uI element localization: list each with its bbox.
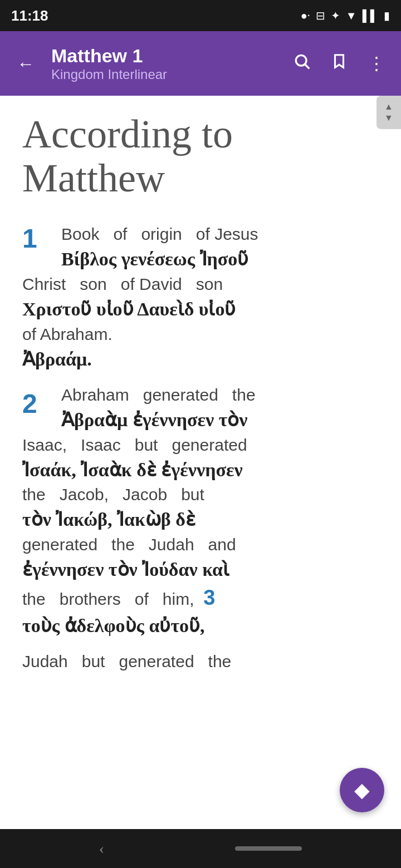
svg-line-1 <box>305 65 309 68</box>
svg-point-0 <box>296 55 306 66</box>
battery-icon: ▮ <box>384 9 390 22</box>
verse-3-english-1: Judah but generated the <box>22 650 379 673</box>
bookmark-icon[interactable] <box>326 48 352 79</box>
verse-1-continuation: Christ son of David son Χριστοῦ υἱοῦ Δαυ… <box>22 273 379 372</box>
verse-2-continuation: Isaac, Isaac but generated Ἰσαάκ, Ἰσαὰκ … <box>22 433 379 639</box>
app-bar-title: Matthew 1 <box>51 45 277 67</box>
verse-2-text: Abraham generated the Ἀβραὰμ ἐγέννησεν τ… <box>61 383 379 433</box>
back-nav-button[interactable]: ‹ <box>99 840 104 857</box>
app-bar-actions: ⋮ <box>288 48 390 79</box>
verse-3-continuation: Judah but generated the <box>22 650 379 673</box>
verse-2-greek-3: τὸν Ἰακώβ, Ἰακὼβ δὲ <box>22 506 379 533</box>
verse-2-english-4: generated the Judah and <box>22 533 379 556</box>
back-button[interactable]: ← <box>11 48 40 80</box>
verse-1-english-1: Book of origin of Jesus <box>61 223 379 246</box>
verse-1-num: 1 <box>22 223 61 255</box>
verse-2-greek-2: Ἰσαάκ, Ἰσαὰκ δὲ ἐγέννησεν <box>22 457 379 484</box>
verse-1-greek-1: Βίβλος γενέσεως Ἰησοῦ <box>61 246 379 273</box>
app-bar: ← Matthew 1 Kingdom Interlinear ⋮ <box>0 31 401 96</box>
cast-icon: ⊟ <box>316 9 325 22</box>
verse-1-greek-2: Χριστοῦ υἱοῦ Δαυεὶδ υἱοῦ <box>22 296 379 323</box>
verse-2-english-2: Isaac, Isaac but generated <box>22 433 379 457</box>
verse-3-inline-num: 3 <box>203 586 215 609</box>
verse-2-english-5: the brothers of him, 3 <box>22 583 379 613</box>
signal-icon: ▌▌ <box>363 9 378 22</box>
verse-2-row: 2 Abraham generated the Ἀβραὰμ ἐγέννησεν… <box>22 383 379 433</box>
status-bar: 11:18 ●· ⊟ ✦ ▼ ▌▌ ▮ <box>0 0 401 31</box>
app-bar-titles: Matthew 1 Kingdom Interlinear <box>51 45 277 82</box>
status-time: 11:18 <box>11 7 48 24</box>
search-icon[interactable] <box>288 48 315 79</box>
verse-1-block: 1 Book of origin of Jesus Βίβλος γενέσεω… <box>22 223 379 372</box>
content-area: According to Matthew 1 Book of origin of… <box>0 96 401 829</box>
bluetooth-icon: ✦ <box>331 9 340 22</box>
diamond-icon: ◆ <box>354 778 370 802</box>
verse-2-english-3: the Jacob, Jacob but <box>22 483 379 506</box>
verse-1-row: 1 Book of origin of Jesus Βίβλος γενέσεω… <box>22 223 379 273</box>
verse-1-greek-3: Ἀβραάμ. <box>22 346 379 373</box>
book-title: According to Matthew <box>22 112 379 200</box>
scroll-down-icon: ▼ <box>384 114 393 122</box>
bottom-bar: ‹ <box>0 829 401 868</box>
home-indicator[interactable] <box>235 846 302 851</box>
verse-1-text: Book of origin of Jesus Βίβλος γενέσεως … <box>61 223 379 273</box>
scroll-indicator[interactable]: ▲ ▼ <box>376 96 401 129</box>
verse-2-greek-4: ἐγέννησεν τὸν Ἰούδαν καὶ <box>22 556 379 583</box>
verse-2-english-1: Abraham generated the <box>61 383 379 407</box>
more-icon[interactable]: ⋮ <box>363 48 390 78</box>
app-bar-subtitle: Kingdom Interlinear <box>51 67 277 82</box>
verse-2-greek-5: τοὺς ἀδελφοὺς αὐτοῦ, <box>22 613 379 639</box>
verse-1-english-3: of Abraham. <box>22 323 379 346</box>
verse-1-english-2: Christ son of David son <box>22 273 379 296</box>
dot-icon: ●· <box>301 9 310 22</box>
scroll-up-icon: ▲ <box>384 102 393 111</box>
wifi-icon: ▼ <box>346 9 357 22</box>
status-icons: ●· ⊟ ✦ ▼ ▌▌ ▮ <box>301 9 390 22</box>
verse-2-block: 2 Abraham generated the Ἀβραὰμ ἐγέννησεν… <box>22 383 379 639</box>
verse-2-num: 2 <box>22 383 61 420</box>
verse-2-greek-1: Ἀβραὰμ ἐγέννησεν τὸν <box>61 407 379 433</box>
verse-3-block: Judah but generated the <box>22 650 379 673</box>
fab-button[interactable]: ◆ <box>340 768 384 812</box>
